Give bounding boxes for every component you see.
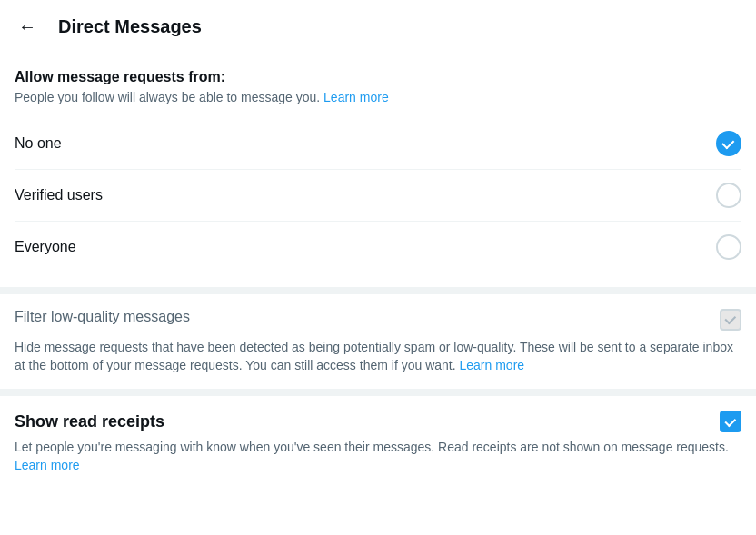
receipts-title: Show read receipts [15, 412, 164, 431]
radio-circle-verified[interactable] [716, 183, 741, 208]
radio-row-everyone[interactable]: Everyone [15, 222, 741, 272]
page: ← Direct Messages Allow message requests… [0, 0, 756, 490]
read-receipts-section: Show read receipts Let people you're mes… [0, 389, 756, 490]
radio-row-verified[interactable]: Verified users [15, 170, 741, 222]
filter-header: Filter low-quality messages [15, 309, 741, 331]
receipts-checkbox[interactable] [720, 411, 741, 432]
header: ← Direct Messages [0, 0, 756, 54]
filter-title: Filter low-quality messages [15, 309, 190, 325]
radio-circle-no-one[interactable] [716, 131, 741, 156]
allow-requests-section: Allow message requests from: People you … [0, 54, 756, 287]
allow-requests-subtitle: People you follow will always be able to… [15, 89, 741, 107]
allow-requests-learn-more-link[interactable]: Learn more [323, 90, 389, 104]
radio-circle-everyone[interactable] [716, 234, 741, 260]
radio-label-no-one: No one [15, 135, 62, 152]
filter-checkbox[interactable] [720, 309, 741, 331]
page-title: Direct Messages [58, 16, 202, 37]
receipts-description: Let people you're messaging with know wh… [15, 438, 741, 475]
receipts-learn-more-link[interactable]: Learn more [15, 458, 80, 472]
filter-learn-more-link[interactable]: Learn more [459, 358, 524, 372]
back-button[interactable]: ← [15, 13, 40, 41]
filter-description: Hide message requests that have been det… [15, 338, 741, 375]
allow-requests-label: Allow message requests from: [15, 69, 741, 85]
radio-label-verified: Verified users [15, 187, 103, 203]
receipts-header: Show read receipts [15, 411, 741, 432]
radio-row-no-one[interactable]: No one [15, 118, 741, 170]
filter-section: Filter low-quality messages Hide message… [0, 287, 756, 390]
radio-label-everyone: Everyone [15, 239, 76, 255]
